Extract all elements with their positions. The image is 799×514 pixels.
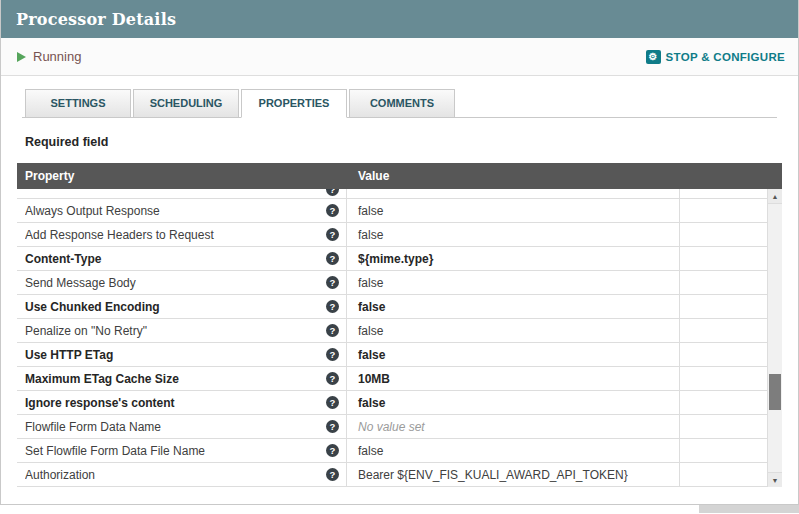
table-row: Always Output Response ? false: [17, 199, 782, 223]
help-icon[interactable]: ?: [326, 228, 339, 241]
dialog-title: Processor Details: [16, 10, 176, 29]
property-name: Add Response Headers to Request: [25, 228, 326, 242]
value-cell: false: [347, 271, 680, 294]
value-cell: [347, 189, 680, 198]
value-cell: false: [347, 343, 680, 366]
properties-table: Property Value ? Always Output Response …: [17, 163, 782, 487]
stop-configure-icon: ⚙: [646, 50, 661, 64]
help-icon[interactable]: ?: [326, 324, 339, 337]
tab-settings[interactable]: SETTINGS: [25, 89, 131, 118]
rows-container: Always Output Response ? false Add Respo…: [17, 199, 782, 487]
tab-properties[interactable]: PROPERTIES: [241, 89, 347, 118]
help-icon[interactable]: ?: [326, 372, 339, 385]
property-name: Use HTTP ETag: [25, 348, 326, 362]
status-bar: Running ⚙ STOP & CONFIGURE: [1, 38, 798, 76]
property-cell: Use HTTP ETag ?: [17, 343, 347, 366]
property-name: Always Output Response: [25, 204, 326, 218]
value-cell: false: [347, 391, 680, 414]
value-cell: 10MB: [347, 367, 680, 390]
property-cell: Add Response Headers to Request ?: [17, 223, 347, 246]
property-name: Content-Type: [25, 252, 326, 266]
tab-label: COMMENTS: [370, 97, 434, 109]
table-header-row: Property Value: [17, 163, 782, 189]
help-icon[interactable]: ?: [326, 348, 339, 361]
table-row: Use Chunked Encoding ? false: [17, 295, 782, 319]
value-cell: false: [347, 319, 680, 342]
dialog-header: Processor Details: [1, 0, 798, 38]
background-gray-block: [699, 505, 799, 513]
help-icon[interactable]: ?: [326, 420, 339, 433]
stop-and-configure-button[interactable]: ⚙ STOP & CONFIGURE: [646, 50, 785, 64]
scrollbar-thumb[interactable]: [769, 374, 781, 410]
tab-label: SCHEDULING: [150, 97, 223, 109]
table-row: Ignore response's content ? false: [17, 391, 782, 415]
value-cell: No value set: [347, 415, 680, 438]
tab-comments[interactable]: COMMENTS: [349, 89, 455, 118]
help-icon[interactable]: ?: [326, 252, 339, 265]
value-cell: false: [347, 295, 680, 318]
property-cell: Send Message Body ?: [17, 271, 347, 294]
column-header-property: Property: [17, 169, 347, 183]
property-name: Maximum ETag Cache Size: [25, 372, 326, 386]
value-cell: false: [347, 439, 680, 462]
property-cell: Ignore response's content ?: [17, 391, 347, 414]
value-cell: Bearer ${ENV_FIS_KUALI_AWARD_API_TOKEN}: [347, 463, 680, 486]
tab-label: PROPERTIES: [259, 97, 330, 109]
page-background-strip: [0, 505, 799, 513]
running-play-icon: [17, 52, 26, 62]
processor-details-dialog: Processor Details Running ⚙ STOP & CONFI…: [0, 0, 799, 505]
property-name: Authorization: [25, 468, 326, 482]
property-name: Set Flowfile Form Data File Name: [25, 444, 326, 458]
value-cell: false: [347, 223, 680, 246]
property-name: Flowfile Form Data Name: [25, 420, 326, 434]
run-status-label: Running: [33, 49, 81, 64]
help-icon[interactable]: ?: [326, 276, 339, 289]
table-row: Penalize on "No Retry" ? false: [17, 319, 782, 343]
property-name: Ignore response's content: [25, 396, 326, 410]
help-icon[interactable]: ?: [326, 189, 339, 196]
help-icon[interactable]: ?: [326, 444, 339, 457]
table-row: Use HTTP ETag ? false: [17, 343, 782, 367]
property-cell: Use Chunked Encoding ?: [17, 295, 347, 318]
property-name: Send Message Body: [25, 276, 326, 290]
table-row: Send Message Body ? false: [17, 271, 782, 295]
table-row: Content-Type ? ${mime.type}: [17, 247, 782, 271]
required-field-legend: Required field: [25, 135, 798, 149]
tab-bar: SETTINGSSCHEDULINGPROPERTIESCOMMENTS: [22, 89, 777, 118]
value-cell: false: [347, 199, 680, 222]
stop-configure-label: STOP & CONFIGURE: [666, 51, 785, 63]
table-row: Authorization ? Bearer ${ENV_FIS_KUALI_A…: [17, 463, 782, 487]
run-status: Running: [17, 49, 81, 64]
property-cell: Content-Type ?: [17, 247, 347, 270]
property-cell: Always Output Response ?: [17, 199, 347, 222]
partially-scrolled-row: ?: [17, 189, 782, 199]
scroll-down-button[interactable]: ▼: [768, 472, 782, 487]
table-row: Maximum ETag Cache Size ? 10MB: [17, 367, 782, 391]
table-row: Add Response Headers to Request ? false: [17, 223, 782, 247]
tab-scheduling[interactable]: SCHEDULING: [133, 89, 239, 118]
column-header-value: Value: [347, 169, 782, 183]
help-icon[interactable]: ?: [326, 300, 339, 313]
property-cell: Set Flowfile Form Data File Name ?: [17, 439, 347, 462]
property-cell: Maximum ETag Cache Size ?: [17, 367, 347, 390]
help-icon[interactable]: ?: [326, 468, 339, 481]
property-cell: Authorization ?: [17, 463, 347, 486]
table-row: Set Flowfile Form Data File Name ? false: [17, 439, 782, 463]
property-name: Penalize on "No Retry": [25, 324, 326, 338]
help-icon[interactable]: ?: [326, 204, 339, 217]
value-cell: ${mime.type}: [347, 247, 680, 270]
property-name: Use Chunked Encoding: [25, 300, 326, 314]
property-cell: ?: [17, 189, 347, 198]
property-cell: Flowfile Form Data Name ?: [17, 415, 347, 438]
help-icon[interactable]: ?: [326, 396, 339, 409]
scroll-up-button[interactable]: ▲: [768, 189, 782, 204]
property-cell: Penalize on "No Retry" ?: [17, 319, 347, 342]
tab-label: SETTINGS: [50, 97, 105, 109]
table-row: Flowfile Form Data Name ? No value set: [17, 415, 782, 439]
table-body: ? Always Output Response ? false Add Res…: [17, 189, 782, 487]
tabs: SETTINGSSCHEDULINGPROPERTIESCOMMENTS: [22, 89, 777, 118]
table-scrollbar[interactable]: ▲ ▼: [767, 189, 782, 487]
